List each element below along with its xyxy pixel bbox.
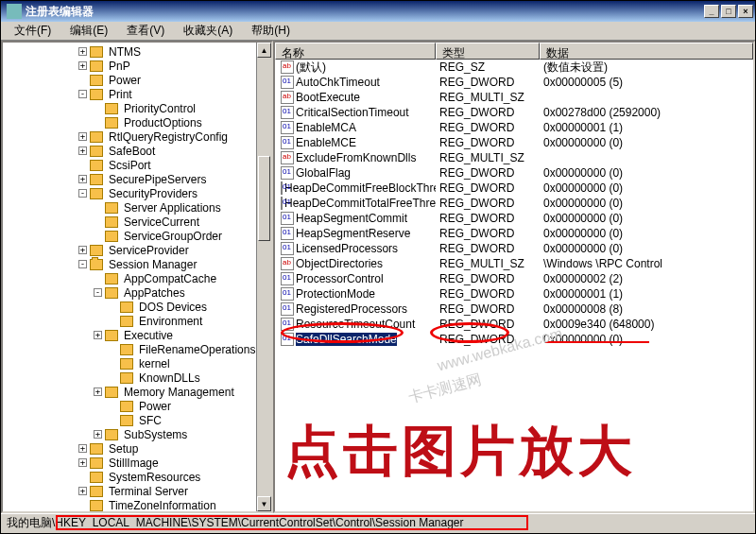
no-expand — [94, 203, 102, 212]
tree-item[interactable]: kernel — [3, 356, 271, 370]
collapse-icon[interactable]: - — [78, 90, 87, 98]
list-row[interactable]: AutoChkTimeoutREG_DWORD0x00000005 (5) — [275, 75, 753, 90]
tree-item[interactable]: -AppPatches — [3, 285, 271, 300]
list-row[interactable]: ProcessorControlREG_DWORD0x00000002 (2) — [275, 271, 753, 286]
tree-item-label: SecurityProviders — [107, 187, 199, 200]
tree-item[interactable]: DOS Devices — [3, 300, 271, 314]
binary-value-icon — [281, 333, 294, 346]
expand-icon[interactable]: + — [78, 132, 87, 141]
list-row[interactable]: GlobalFlagREG_DWORD0x00000000 (0) — [275, 165, 753, 181]
tree-item[interactable]: Power — [3, 73, 271, 87]
list-row[interactable]: RegisteredProcessorsREG_DWORD0x00000008 … — [275, 301, 753, 317]
no-expand — [109, 317, 117, 325]
expand-icon[interactable]: + — [94, 388, 102, 396]
tree-item[interactable]: AppCompatCache — [3, 271, 271, 285]
expand-icon[interactable]: + — [94, 430, 102, 439]
value-type: REG_DWORD — [436, 318, 540, 331]
expand-icon[interactable]: + — [94, 331, 102, 339]
no-expand — [109, 402, 117, 410]
tree-item[interactable]: +RtlQueryRegistryConfig — [3, 129, 271, 144]
expand-icon[interactable]: + — [78, 146, 87, 155]
list-row[interactable]: EnableMCEREG_DWORD0x00000000 (0) — [275, 135, 753, 150]
menu-file[interactable]: 文件(F) — [5, 21, 60, 41]
list-row[interactable]: ObjectDirectoriesREG_MULTI_SZ\Windows \R… — [275, 256, 753, 271]
expand-icon[interactable]: + — [78, 458, 87, 467]
scroll-down-icon[interactable]: ▼ — [257, 496, 271, 511]
tree-item[interactable]: Update — [3, 512, 271, 513]
column-name[interactable]: 名称 — [275, 43, 436, 60]
expand-icon[interactable]: + — [78, 47, 87, 56]
tree-item[interactable]: -SecurityProviders — [3, 186, 271, 200]
binary-value-icon — [281, 121, 294, 134]
list-row[interactable]: HeapDeCommitFreeBlockThresholdREG_DWORD0… — [275, 181, 753, 196]
value-name: HeapSegmentReserve — [296, 227, 410, 240]
tree-item[interactable]: +SafeBoot — [3, 144, 271, 158]
tree-item[interactable]: SystemResources — [3, 470, 271, 484]
tree-item[interactable]: TimeZoneInformation — [3, 498, 271, 512]
expand-icon[interactable]: + — [78, 444, 87, 453]
list-row[interactable]: BootExecuteREG_MULTI_SZ — [275, 90, 753, 105]
menu-edit[interactable]: 编辑(E) — [60, 21, 117, 41]
value-type: REG_DWORD — [436, 136, 540, 149]
tree-item[interactable]: +ServiceProvider — [3, 243, 271, 257]
value-name: ResourceTimeoutCount — [296, 318, 415, 331]
column-data[interactable]: 数据 — [540, 43, 753, 60]
list-row[interactable]: SafeDllSearchModeREG_DWORD0x00000000 (0) — [275, 332, 753, 347]
list-row[interactable]: CriticalSectionTimeoutREG_DWORD0x00278d0… — [275, 105, 753, 120]
tree-item[interactable]: Power — [3, 399, 271, 413]
tree-item[interactable]: ScsiPort — [3, 158, 271, 172]
tree-item[interactable]: ServiceCurrent — [3, 215, 271, 229]
list-row[interactable]: HeapSegmentReserveREG_DWORD0x00000000 (0… — [275, 226, 753, 241]
tree-item[interactable]: FileRenameOperations — [3, 342, 271, 356]
tree-item[interactable]: +PnP — [3, 59, 271, 73]
folder-icon — [90, 500, 103, 511]
value-name: LicensedProcessors — [296, 242, 398, 255]
list-row[interactable]: (默认)REG_SZ(数值未设置) — [275, 60, 753, 75]
value-data: 0x00000001 (1) — [540, 121, 753, 134]
tree-item[interactable]: KnownDLLs — [3, 370, 271, 385]
minimize-button[interactable]: _ — [704, 5, 719, 18]
expand-icon[interactable]: + — [78, 487, 87, 495]
list-row[interactable]: LicensedProcessorsREG_DWORD0x00000000 (0… — [275, 241, 753, 256]
menu-view[interactable]: 查看(V) — [117, 21, 174, 41]
tree-item[interactable]: +Memory Management — [3, 385, 271, 399]
tree-item[interactable]: +NTMS — [3, 44, 271, 59]
expand-icon[interactable]: + — [78, 246, 87, 254]
tree-item[interactable]: +StillImage — [3, 456, 271, 470]
tree-item[interactable]: -Session Manager — [3, 257, 271, 271]
maximize-button[interactable]: □ — [721, 5, 736, 18]
tree-item[interactable]: +Setup — [3, 441, 271, 456]
tree-item[interactable]: +Executive — [3, 328, 271, 342]
string-value-icon — [281, 91, 294, 104]
tree-item[interactable]: Environment — [3, 314, 271, 328]
tree-item-label: SFC — [137, 414, 163, 427]
tree-item[interactable]: ServiceGroupOrder — [3, 229, 271, 243]
list-row[interactable]: HeapDeCommitTotalFreeThresholdREG_DWORD0… — [275, 196, 753, 211]
tree-scrollbar[interactable]: ▲ ▼ — [256, 43, 271, 511]
menu-help[interactable]: 帮助(H) — [242, 21, 300, 41]
tree-item[interactable]: SFC — [3, 413, 271, 427]
tree-item[interactable]: -Print — [3, 87, 271, 101]
collapse-icon[interactable]: - — [78, 260, 87, 268]
close-button[interactable]: × — [738, 5, 753, 18]
scroll-thumb[interactable] — [258, 156, 270, 241]
list-row[interactable]: EnableMCAREG_DWORD0x00000001 (1) — [275, 120, 753, 135]
scroll-up-icon[interactable]: ▲ — [257, 43, 271, 58]
tree-item[interactable]: PriorityControl — [3, 101, 271, 115]
tree-item[interactable]: +SubSystems — [3, 427, 271, 441]
folder-icon — [120, 358, 133, 370]
expand-icon[interactable]: + — [78, 61, 87, 70]
expand-icon[interactable]: + — [78, 175, 87, 183]
list-row[interactable]: ExcludeFromKnownDllsREG_MULTI_SZ — [275, 150, 753, 165]
tree-item[interactable]: Server Applications — [3, 200, 271, 215]
column-type[interactable]: 类型 — [436, 43, 540, 60]
tree-item[interactable]: +Terminal Server — [3, 484, 271, 498]
list-row[interactable]: HeapSegmentCommitREG_DWORD0x00000000 (0) — [275, 211, 753, 226]
list-row[interactable]: ProtectionModeREG_DWORD0x00000001 (1) — [275, 286, 753, 301]
tree-item[interactable]: +SecurePipeServers — [3, 172, 271, 186]
tree-item[interactable]: ProductOptions — [3, 115, 271, 129]
collapse-icon[interactable]: - — [78, 189, 87, 198]
list-row[interactable]: ResourceTimeoutCountREG_DWORD0x0009e340 … — [275, 317, 753, 332]
collapse-icon[interactable]: - — [94, 288, 102, 297]
menu-favorites[interactable]: 收藏夹(A) — [174, 21, 242, 41]
